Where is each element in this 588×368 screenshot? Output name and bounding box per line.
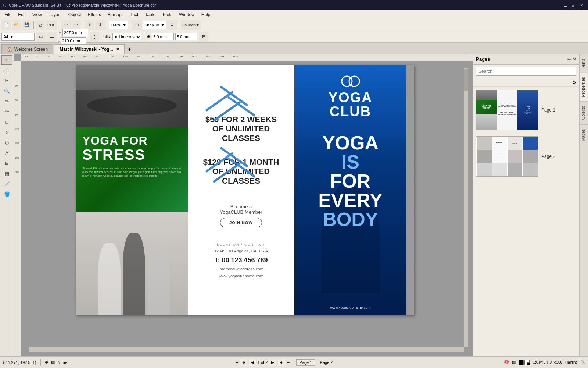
menu-view[interactable]: View — [29, 11, 45, 18]
menu-window[interactable]: Window — [176, 11, 198, 18]
height-input[interactable] — [61, 37, 86, 45]
rectangle-tool[interactable]: □ — [1, 117, 12, 127]
join-now-button[interactable]: JOIN NOW — [220, 218, 262, 227]
menu-object[interactable]: Object — [65, 11, 84, 18]
next-page-btn[interactable]: ▶ — [269, 359, 276, 366]
launch-btn[interactable]: Launch ▼ — [181, 20, 201, 30]
open-btn[interactable]: 📂 — [12, 20, 21, 30]
undo-btn[interactable]: ↩ — [61, 20, 71, 30]
add-page-end-btn[interactable]: + — [287, 360, 290, 365]
sep1 — [33, 21, 34, 29]
price-1-section: $50 FOR 2 WEEKSOF UNLIMITED CLASSES — [196, 115, 287, 143]
page-1-tab[interactable]: Page 1 — [296, 359, 316, 366]
pages-tab[interactable]: Pages — [580, 124, 588, 145]
toolbox: ↖ ◇ ✂ 🔍 ✏ 〜 □ ○ ⬡ A ⊞ ▦ 💉 🪣 — [0, 54, 14, 356]
print-btn[interactable]: 🖨 — [36, 20, 45, 30]
page-2-thumbnail[interactable]: LIVE WHATYOU LOVE Before yoga Train a be… — [476, 136, 538, 177]
menu-file[interactable]: File — [1, 11, 14, 18]
zoom-dropdown[interactable]: 160% ▼ — [109, 21, 128, 29]
crop-tool[interactable]: ✂ — [1, 76, 12, 85]
export-btn[interactable]: ⬇ — [95, 20, 105, 30]
fill-tool[interactable]: 🪣 — [1, 189, 12, 199]
table-tool[interactable]: ⊞ — [1, 158, 12, 168]
page-1-label: Page 1 — [541, 107, 555, 113]
import-btn[interactable]: ⬆ — [85, 20, 94, 30]
page-1-thumbnail[interactable]: YOGA FORSTRESS $50 FOR 2 WEEKSOF UNLIMIT… — [476, 90, 538, 130]
vertical-scrollbar[interactable] — [464, 68, 468, 347]
pages-panel-expand[interactable]: ⇤ — [567, 57, 571, 62]
fill-color-swatch — [519, 360, 524, 365]
window-controls[interactable]: 🗕 🗗 ✕ — [562, 2, 585, 8]
select-tool[interactable]: ↖ — [1, 55, 12, 65]
nudge-input1[interactable] — [152, 33, 174, 40]
polygon-tool[interactable]: ⬡ — [1, 138, 12, 147]
zoom-tool[interactable]: 🔍 — [1, 86, 12, 96]
snap-icon[interactable]: ⊟ — [132, 20, 142, 30]
tab-close-icon[interactable]: ✕ — [116, 47, 119, 51]
menu-layout[interactable]: Layout — [46, 11, 65, 18]
menu-bitmaps[interactable]: Bitmaps — [105, 11, 126, 18]
minimize-btn[interactable]: 🗕 — [562, 2, 569, 8]
menu-table[interactable]: Table — [142, 11, 158, 18]
thumb-left-panel: YOGA FORSTRESS — [476, 90, 497, 130]
menu-help[interactable]: Help — [198, 11, 214, 18]
last-page-btn[interactable]: ⏭ — [278, 359, 285, 366]
close-btn[interactable]: ✕ — [578, 2, 585, 8]
first-page-btn[interactable]: ⏮ — [240, 359, 247, 366]
snap-dropdown-arrow: ▼ — [161, 23, 165, 27]
snap-to-dropdown[interactable]: Snap To ▼ — [143, 21, 166, 29]
units-select[interactable]: millimetres inches pixels — [112, 33, 141, 40]
stroke-color-swatch — [524, 360, 530, 365]
menu-text[interactable]: Text — [127, 11, 141, 18]
horizontal-scrollbar[interactable] — [29, 347, 464, 352]
shape-tool[interactable]: ◇ — [1, 66, 12, 75]
fill-none-label: ▤ — [51, 360, 55, 365]
size-adjust-up[interactable]: ▲▼ — [90, 32, 99, 42]
menu-effects[interactable]: Effects — [85, 11, 104, 18]
ellipse-tool[interactable]: ○ — [1, 127, 12, 137]
page-2-tab[interactable]: Page 2 — [317, 360, 336, 365]
pages-search-input[interactable] — [476, 67, 576, 76]
objects-tab[interactable]: Objects — [580, 101, 588, 124]
add-page-start-btn[interactable]: + — [236, 360, 239, 365]
portrait-btn[interactable]: ▭ — [36, 32, 46, 42]
pages-panel-title: Pages — [476, 56, 490, 62]
landscape-btn[interactable]: ▬ — [47, 32, 57, 42]
ruler-left: 0306090120150180200 — [14, 61, 21, 356]
for-text: FOR — [318, 171, 382, 191]
canvas-content[interactable]: YOGA FOR STRESS Sit amet. Et in aliquyam… — [21, 61, 468, 352]
prev-page-btn[interactable]: ◀ — [249, 359, 256, 366]
brochure-left-panel: YOGA FOR STRESS Sit amet. Et in aliquyam… — [76, 65, 188, 315]
tab-document[interactable]: Marcin Wilczynski - Yog... ✕ — [54, 44, 124, 54]
eyedropper-tool[interactable]: 💉 — [1, 179, 12, 188]
scrollbar-thumb[interactable] — [464, 69, 468, 91]
pages-panel-close[interactable]: ✕ — [573, 57, 576, 62]
menu-tools[interactable]: Tools — [159, 11, 175, 18]
status-left: (-11.271, 192.581) ⊕ ▤ None — [3, 359, 67, 366]
gear-icon[interactable]: ⚙ — [572, 80, 576, 85]
tab-welcome[interactable]: 🏠 Welcome Screen — [1, 44, 53, 54]
restore-btn[interactable]: 🗗 — [570, 2, 577, 8]
width-input[interactable] — [62, 29, 88, 36]
location-label: LOCATION / CONTACT — [214, 242, 268, 248]
hints-tab[interactable]: Hints — [580, 54, 588, 72]
pdf-btn[interactable]: PDF — [46, 20, 57, 30]
options-btn[interactable]: ⚙ — [167, 20, 177, 30]
text-tool[interactable]: A — [1, 148, 12, 158]
redo-btn[interactable]: ↪ — [71, 20, 81, 30]
toolbar2: A4 ▼ ▭ ▬ ↔ ↕ ▲▼ Units: millimetres inche… — [0, 31, 588, 43]
save-btn[interactable]: 💾 — [22, 20, 32, 30]
properties-tab[interactable]: Properties — [580, 72, 588, 101]
curve-tool[interactable]: 〜 — [1, 107, 12, 116]
page-properties-btn[interactable]: ⊞ — [199, 32, 208, 42]
page-size-dropdown[interactable]: A4 ▼ — [1, 33, 35, 41]
new-btn[interactable]: 📄 — [1, 20, 11, 30]
yoga-is-for-every-body: YOGA IS FOR EVERY BODY — [318, 133, 382, 229]
add-tab-btn[interactable]: + — [125, 45, 134, 54]
brochure-middle-panel: $50 FOR 2 WEEKSOF UNLIMITED CLASSES $129… — [188, 65, 294, 315]
freehand-tool[interactable]: ✏ — [1, 96, 12, 106]
menu-edit[interactable]: Edit — [15, 11, 29, 18]
parallel-tool[interactable]: ▦ — [1, 169, 12, 178]
launch-arrow: ▼ — [196, 23, 200, 27]
nudge-input2[interactable] — [175, 33, 197, 40]
